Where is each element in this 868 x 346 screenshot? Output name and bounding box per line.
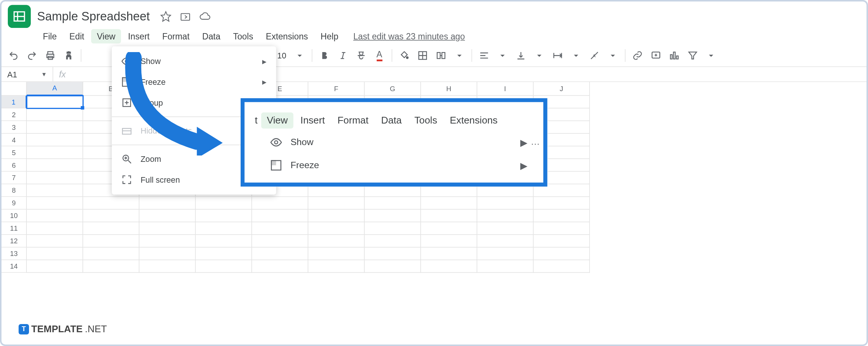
menu-data[interactable]: Data xyxy=(196,29,226,43)
italic-button[interactable] xyxy=(334,47,351,64)
view-menu-show[interactable]: Show▶ xyxy=(112,51,276,72)
cell[interactable] xyxy=(83,247,139,260)
cell[interactable] xyxy=(139,209,196,222)
cell[interactable] xyxy=(27,159,83,172)
cell[interactable] xyxy=(196,209,252,222)
name-box[interactable]: A1 ▼ xyxy=(1,67,53,81)
cell[interactable] xyxy=(534,209,590,222)
col-header[interactable]: I xyxy=(477,82,533,96)
row-header[interactable]: 3 xyxy=(1,121,27,134)
cell[interactable] xyxy=(421,222,477,235)
cell[interactable] xyxy=(252,260,308,273)
chart-button[interactable] xyxy=(665,47,682,64)
cloud-icon[interactable] xyxy=(199,11,211,22)
cell[interactable] xyxy=(534,247,590,260)
cell[interactable] xyxy=(27,209,83,222)
cell[interactable] xyxy=(477,197,533,209)
print-button[interactable] xyxy=(42,47,59,64)
cell[interactable] xyxy=(364,260,421,273)
menu-format[interactable]: Format xyxy=(157,29,195,43)
rotate-button[interactable]: A xyxy=(586,47,603,64)
cell[interactable] xyxy=(27,260,83,273)
cell[interactable] xyxy=(421,235,477,247)
cell[interactable] xyxy=(364,222,421,235)
doc-title[interactable]: Sample Spreadsheet xyxy=(32,9,154,25)
cell[interactable] xyxy=(421,197,477,209)
row-header[interactable]: 5 xyxy=(1,146,27,159)
cell[interactable] xyxy=(252,247,308,260)
cell[interactable] xyxy=(27,172,83,184)
undo-button[interactable] xyxy=(5,47,22,64)
text-color-button[interactable]: A xyxy=(371,47,388,64)
cell[interactable] xyxy=(139,235,196,247)
row-header[interactable]: 1 xyxy=(1,96,27,108)
wrap-button[interactable] xyxy=(549,47,566,64)
cell[interactable] xyxy=(364,235,421,247)
cell[interactable] xyxy=(27,184,83,197)
cell[interactable] xyxy=(196,197,252,209)
row-header[interactable]: 9 xyxy=(1,197,27,209)
view-menu-freeze[interactable]: Freeze▶ xyxy=(112,71,276,92)
col-header[interactable]: F xyxy=(308,82,364,96)
cell[interactable] xyxy=(196,235,252,247)
cell[interactable] xyxy=(196,260,252,273)
cell[interactable] xyxy=(139,247,196,260)
cell[interactable] xyxy=(27,235,83,247)
halign-dropdown[interactable] xyxy=(494,47,511,64)
cell[interactable] xyxy=(252,235,308,247)
row-header[interactable]: 7 xyxy=(1,172,27,184)
cell[interactable] xyxy=(252,209,308,222)
cell[interactable] xyxy=(27,108,83,121)
cell[interactable] xyxy=(27,247,83,260)
row-header[interactable]: 13 xyxy=(1,247,27,260)
cell[interactable] xyxy=(308,197,364,209)
select-all-corner[interactable] xyxy=(1,82,27,96)
cell[interactable] xyxy=(364,197,421,209)
paint-format-button[interactable] xyxy=(60,47,77,64)
strikethrough-button[interactable] xyxy=(352,47,369,64)
comment-button[interactable] xyxy=(647,47,664,64)
menu-tools[interactable]: Tools xyxy=(227,29,259,43)
font-size-dropdown[interactable] xyxy=(291,47,308,64)
valign-dropdown[interactable] xyxy=(530,47,547,64)
cell[interactable] xyxy=(139,260,196,273)
filter-dropdown[interactable] xyxy=(702,47,719,64)
menu-insert[interactable]: Insert xyxy=(122,29,155,43)
cell[interactable] xyxy=(83,197,139,209)
cell[interactable] xyxy=(27,146,83,159)
move-icon[interactable] xyxy=(180,11,191,22)
cell[interactable] xyxy=(139,222,196,235)
sheets-logo[interactable] xyxy=(6,3,32,30)
cell[interactable] xyxy=(534,235,590,247)
cell[interactable] xyxy=(27,222,83,235)
menu-file[interactable]: File xyxy=(37,29,62,43)
cell[interactable] xyxy=(421,260,477,273)
col-header[interactable]: J xyxy=(534,82,590,96)
menu-view[interactable]: View xyxy=(91,29,121,43)
cell[interactable] xyxy=(477,260,533,273)
menu-help[interactable]: Help xyxy=(315,29,344,43)
col-header[interactable]: A xyxy=(27,82,83,96)
cell[interactable] xyxy=(364,247,421,260)
cell[interactable] xyxy=(83,260,139,273)
cell[interactable] xyxy=(252,197,308,209)
rotate-dropdown[interactable] xyxy=(604,47,621,64)
menu-edit[interactable]: Edit xyxy=(64,29,90,43)
cell[interactable] xyxy=(196,247,252,260)
row-header[interactable]: 14 xyxy=(1,260,27,273)
star-icon[interactable] xyxy=(160,11,172,22)
cell[interactable] xyxy=(27,121,83,134)
cell[interactable] xyxy=(308,247,364,260)
valign-button[interactable] xyxy=(512,47,529,64)
row-header[interactable]: 2 xyxy=(1,108,27,121)
col-header[interactable]: H xyxy=(421,82,477,96)
row-header[interactable]: 4 xyxy=(1,134,27,146)
cell[interactable] xyxy=(83,209,139,222)
cell[interactable] xyxy=(308,235,364,247)
cell[interactable] xyxy=(477,209,533,222)
cell[interactable] xyxy=(83,222,139,235)
cell[interactable] xyxy=(534,222,590,235)
cell[interactable] xyxy=(139,197,196,209)
cell[interactable] xyxy=(421,247,477,260)
col-header[interactable]: G xyxy=(364,82,421,96)
